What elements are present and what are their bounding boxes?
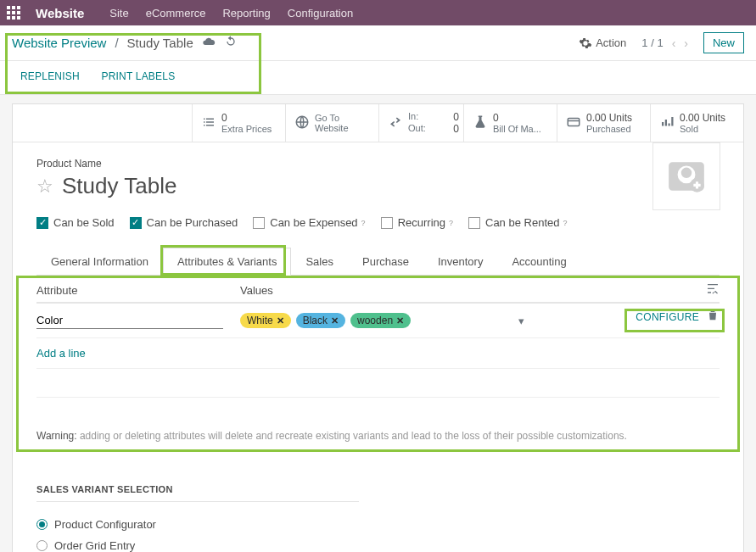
undo-icon[interactable] bbox=[224, 35, 238, 51]
stat-purchased[interactable]: 0.00 UnitsPurchased bbox=[557, 104, 650, 142]
check-can-be-purchased[interactable]: ✓Can be Purchased bbox=[130, 216, 238, 229]
radio-order-grid-entry[interactable]: Order Grid Entry bbox=[36, 535, 720, 552]
pager-prev-icon[interactable]: ‹ bbox=[672, 36, 676, 50]
tag-black[interactable]: Black✕ bbox=[296, 313, 345, 328]
check-label: Can be Rented bbox=[485, 216, 559, 229]
add-line-link[interactable]: Add a line bbox=[36, 338, 720, 369]
top-menubar: Website Site eCommerce Reporting Configu… bbox=[0, 0, 756, 25]
check-can-be-rented[interactable]: Can be Rented? bbox=[468, 216, 567, 229]
list-icon bbox=[201, 114, 216, 132]
radio-icon bbox=[36, 540, 48, 551]
credit-card-icon bbox=[566, 114, 581, 132]
remove-tag-icon[interactable]: ✕ bbox=[277, 315, 284, 326]
out-value: 0 bbox=[453, 123, 459, 135]
product-name-label: Product Name bbox=[36, 158, 720, 170]
stat-label: Go To Website bbox=[315, 113, 370, 133]
notebook-tabs: General Information Attributes & Variant… bbox=[36, 248, 720, 276]
configure-button[interactable]: CONFIGURE bbox=[636, 311, 699, 323]
apps-icon[interactable] bbox=[7, 6, 20, 20]
radio-product-configurator[interactable]: Product Configurator bbox=[36, 514, 720, 535]
new-button[interactable]: New bbox=[703, 32, 744, 53]
favorite-star-icon[interactable]: ☆ bbox=[36, 176, 53, 198]
attribute-name-input[interactable] bbox=[36, 312, 223, 329]
table-row bbox=[36, 398, 720, 420]
tab-purchase[interactable]: Purchase bbox=[348, 248, 423, 276]
attributes-header: Attribute Values bbox=[36, 276, 720, 304]
attribute-row: White✕ Black✕ wooden✕ ▾ CONFIGURE bbox=[36, 304, 720, 338]
check-label: Can be Expensed bbox=[270, 216, 357, 229]
stat-label: Sold bbox=[680, 124, 725, 134]
remove-tag-icon[interactable]: ✕ bbox=[396, 315, 404, 326]
in-value: 0 bbox=[453, 111, 459, 123]
tag-white[interactable]: White✕ bbox=[240, 313, 291, 328]
action-label: Action bbox=[596, 36, 626, 49]
check-label: Recurring bbox=[398, 216, 445, 229]
tab-accounting[interactable]: Accounting bbox=[497, 248, 580, 276]
radio-icon bbox=[36, 519, 48, 530]
replenish-button[interactable]: REPLENISH bbox=[20, 70, 80, 82]
breadcrumb-link[interactable]: Website Preview bbox=[12, 36, 106, 50]
out-label: Out: bbox=[408, 123, 426, 135]
check-label: Can be Purchased bbox=[147, 216, 238, 229]
app-brand[interactable]: Website bbox=[36, 6, 84, 20]
sales-variant-selection: SALES VARIANT SELECTION Product Configur… bbox=[13, 467, 743, 552]
radio-label: Order Grid Entry bbox=[54, 539, 135, 552]
breadcrumb: Website Preview / Study Table bbox=[12, 35, 238, 51]
pager-next-icon[interactable]: › bbox=[684, 36, 688, 50]
stat-num: 0.00 Units bbox=[680, 112, 725, 124]
help-icon[interactable]: ? bbox=[563, 219, 567, 227]
svg-rect-1 bbox=[568, 118, 580, 125]
stat-goto-website[interactable]: Go To Website bbox=[285, 104, 378, 142]
tag-wooden[interactable]: wooden✕ bbox=[350, 313, 411, 328]
product-image-placeholder[interactable] bbox=[652, 142, 720, 210]
menu-reporting[interactable]: Reporting bbox=[222, 7, 270, 20]
dropdown-caret-icon[interactable]: ▾ bbox=[518, 315, 524, 327]
product-name[interactable]: Study Table bbox=[62, 173, 176, 199]
in-label: In: bbox=[408, 111, 418, 123]
cloud-icon[interactable] bbox=[202, 35, 216, 51]
tab-inventory[interactable]: Inventory bbox=[423, 248, 497, 276]
tab-attributes-variants[interactable]: Attributes & Variants bbox=[163, 248, 292, 276]
stat-num: 0.00 Units bbox=[586, 112, 632, 124]
radio-label: Product Configurator bbox=[54, 518, 156, 531]
delete-row-icon[interactable] bbox=[706, 309, 720, 325]
help-icon[interactable]: ? bbox=[361, 219, 366, 227]
stat-bom[interactable]: 0Bill Of Ma... bbox=[463, 104, 557, 142]
menu-site[interactable]: Site bbox=[109, 7, 128, 20]
breadcrumb-separator: / bbox=[115, 36, 118, 50]
stat-extra-prices[interactable]: 0Extra Prices bbox=[192, 104, 285, 142]
check-can-be-sold[interactable]: ✓Can be Sold bbox=[36, 216, 115, 229]
transfer-icon bbox=[388, 114, 403, 132]
control-panel: Website Preview / Study Table Action 1 /… bbox=[0, 25, 756, 61]
bar-chart-icon bbox=[659, 114, 675, 132]
stat-buttons-row: 0Extra Prices Go To Website In:0 Out:0 0… bbox=[13, 104, 743, 142]
globe-icon bbox=[294, 114, 310, 132]
stat-num: 0 bbox=[221, 112, 272, 124]
stat-in-out[interactable]: In:0 Out:0 bbox=[378, 104, 463, 142]
print-labels-button[interactable]: PRINT LABELS bbox=[101, 70, 175, 82]
tab-general-information[interactable]: General Information bbox=[36, 248, 163, 276]
stat-label: Purchased bbox=[586, 124, 632, 134]
column-settings-icon[interactable] bbox=[706, 282, 720, 298]
remove-tag-icon[interactable]: ✕ bbox=[331, 315, 339, 326]
stat-sold[interactable]: 0.00 UnitsSold bbox=[650, 104, 743, 142]
check-label: Can be Sold bbox=[53, 216, 115, 229]
stat-label: Extra Prices bbox=[221, 124, 272, 134]
col-attribute: Attribute bbox=[36, 284, 240, 297]
warning-text: Warning: adding or deleting attributes w… bbox=[36, 420, 720, 452]
help-icon[interactable]: ? bbox=[449, 219, 453, 227]
flask-icon bbox=[473, 114, 488, 132]
table-row bbox=[36, 369, 720, 398]
menu-configuration[interactable]: Configuration bbox=[288, 7, 353, 20]
pager-text[interactable]: 1 / 1 bbox=[641, 36, 663, 49]
section-title: SALES VARIANT SELECTION bbox=[36, 484, 359, 502]
form-card: 0Extra Prices Go To Website In:0 Out:0 0… bbox=[12, 103, 744, 552]
check-can-be-expensed[interactable]: Can be Expensed? bbox=[253, 216, 365, 229]
breadcrumb-current: Study Table bbox=[127, 36, 193, 50]
tab-sales[interactable]: Sales bbox=[291, 248, 348, 276]
check-recurring[interactable]: Recurring? bbox=[381, 216, 453, 229]
stat-num: 0 bbox=[493, 112, 541, 124]
action-menu[interactable]: Action bbox=[579, 36, 626, 50]
menu-ecommerce[interactable]: eCommerce bbox=[146, 7, 206, 20]
stat-label: Bill Of Ma... bbox=[493, 124, 541, 134]
